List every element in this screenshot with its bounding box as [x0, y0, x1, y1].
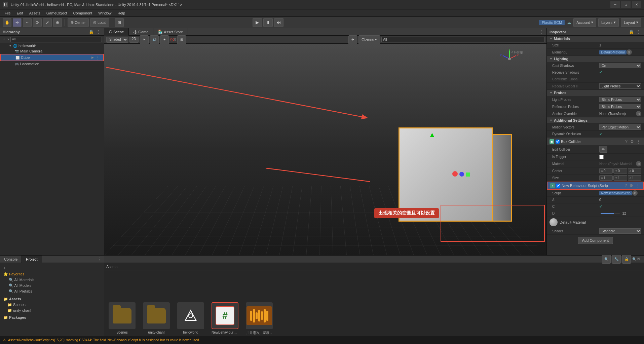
assets-search-btn[interactable]: 🔍 [602, 255, 611, 264]
close-button[interactable]: ✕ [632, 1, 641, 8]
favorites-folder[interactable]: ⭐ Favorites [2, 271, 102, 277]
move-tool-btn[interactable]: ✛ [13, 18, 22, 27]
menu-component[interactable]: Component [70, 10, 95, 16]
scene-search-input[interactable] [381, 37, 544, 42]
lighting-btn[interactable]: ☀ [140, 35, 149, 44]
account-dropdown[interactable]: Account ▾ [573, 18, 596, 27]
project-add-btn[interactable]: + [3, 266, 7, 271]
box-collider-menu-btn[interactable]: ⋮ [636, 139, 641, 144]
probes-section-header[interactable]: ▼ Probes [547, 90, 644, 96]
step-button[interactable]: ⏭ [274, 18, 283, 27]
script-ref[interactable]: NewBehaviourScrip [599, 191, 632, 195]
unity-chan-folder[interactable]: 📁 unity-chan! [2, 308, 102, 313]
hierarchy-menu-btn[interactable]: ⋮ [96, 30, 101, 34]
hierarchy-add-btn[interactable]: + [2, 37, 6, 42]
center-z[interactable]: Z0 [628, 168, 641, 174]
dynamic-occlusion-check[interactable]: ✔ [599, 132, 602, 136]
receive-shadows-check[interactable]: ✔ [599, 70, 602, 75]
tab-asset-store[interactable]: 🏪 Asset Store [153, 28, 188, 36]
size-value[interactable]: 1 [599, 43, 641, 47]
asset-item-unitychan[interactable]: unity-chan! [141, 302, 172, 334]
all-models-item[interactable]: 🔍 All Models [2, 283, 102, 289]
script-select-btn[interactable]: ◎ [632, 190, 638, 196]
script-enabled-checkbox[interactable] [556, 184, 560, 188]
layout-dropdown[interactable]: Layout ▾ [621, 18, 641, 27]
materials-section-header[interactable]: ▼ Materials [547, 36, 644, 42]
inspector-lock-btn[interactable]: 🔒 [628, 30, 635, 34]
script-component-header[interactable]: # New Behaviour Script (Scrip ? ⚙ ⋮ [547, 182, 644, 190]
rotate-tool-btn[interactable]: ↔ [23, 18, 32, 27]
hierarchy-item-locomotion[interactable]: 🎮 Locomotion [0, 61, 104, 67]
hand-tool-btn[interactable]: ✋ [3, 18, 11, 27]
center-button[interactable]: ⊕ Center [68, 18, 89, 27]
assets-folder[interactable]: 📁 Assets [2, 296, 102, 302]
assets-filter-btn[interactable]: 🔧 [612, 255, 621, 264]
pause-button[interactable]: ⏸ [263, 18, 273, 27]
script-help-btn[interactable]: ? [624, 183, 628, 188]
tab-console[interactable]: Console [0, 256, 22, 263]
menu-gameobject[interactable]: GameObject [44, 10, 70, 16]
additional-settings-header[interactable]: ▼ Additional Settings [547, 117, 644, 124]
layers-dropdown[interactable]: Layers ▾ [598, 18, 619, 27]
tab-project[interactable]: Project [22, 256, 42, 263]
hierarchy-search-input[interactable] [10, 37, 102, 42]
2d-toggle[interactable]: 2D [129, 37, 139, 43]
material-badge[interactable]: Default-Material [599, 50, 627, 54]
minimize-button[interactable]: ─ [610, 1, 620, 8]
scene-panel-menu[interactable]: ⋮ [539, 30, 544, 34]
c-check[interactable]: ✔ [599, 204, 602, 209]
center-y[interactable]: Y0 [613, 168, 627, 174]
asset-item-helloworld[interactable]: helloworld [176, 302, 206, 334]
material-select-btn[interactable]: ◎ [636, 161, 641, 166]
packages-folder[interactable]: 📁 Packages [2, 315, 102, 320]
hierarchy-lock-btn[interactable]: 🔒 [88, 30, 94, 34]
shader-dropdown[interactable]: Standard [599, 228, 641, 234]
menu-help[interactable]: Help [115, 10, 128, 16]
lighting-section-header[interactable]: ▼ Lighting [547, 56, 644, 62]
motion-vectors-dropdown[interactable]: Per Object Motion [599, 124, 641, 130]
scenes-folder[interactable]: 📁 Scenes [2, 302, 102, 308]
fx-btn[interactable]: ✦ [160, 35, 169, 44]
size-x[interactable]: X1 [599, 175, 613, 181]
size-z[interactable]: Z1 [628, 175, 641, 181]
maximize-button[interactable]: □ [621, 1, 631, 8]
asset-item-scenes[interactable]: Scenes [107, 302, 137, 334]
tab-game[interactable]: 🕹 Game [129, 28, 153, 36]
asset-item-audio[interactable]: 川井憲次 - 家原... [244, 302, 274, 335]
menu-edit[interactable]: Edit [14, 10, 26, 16]
extra-tool-btn[interactable]: ⊞ [115, 18, 124, 27]
script-menu-btn[interactable]: ⋮ [635, 183, 641, 188]
box-collider-settings-btn[interactable]: ⚙ [630, 139, 635, 144]
menu-assets[interactable]: Assets [27, 10, 43, 16]
shader-mode-dropdown[interactable]: Shaded [106, 37, 128, 43]
box-collider-checkbox[interactable] [556, 140, 560, 144]
all-materials-item[interactable]: 🔍 All Materials [2, 277, 102, 283]
menu-window[interactable]: Window [96, 10, 114, 16]
asset-item-script[interactable]: # NewBehaviourScr... [210, 302, 240, 334]
audio-btn[interactable]: 🔊 [150, 35, 159, 44]
all-prefabs-item[interactable]: 🔍 All Prefabs [2, 289, 102, 294]
a-value[interactable]: 0 [599, 198, 641, 202]
cursor-btn[interactable]: ✛ [348, 35, 357, 44]
inspector-menu-btn[interactable]: ⋮ [636, 30, 641, 34]
hierarchy-item-helloworld[interactable]: ▼ 🌐 helloworld* [0, 43, 104, 48]
light-probes-dropdown[interactable]: Blend Probes [599, 97, 641, 102]
hierarchy-item-maincamera[interactable]: 📷 Main Camera [0, 48, 104, 54]
transform-tool-btn[interactable]: ⊕ [53, 18, 62, 27]
reflection-probes-dropdown[interactable]: Blend Probes [599, 104, 641, 109]
tab-scene[interactable]: ⬡ Scene [104, 28, 129, 36]
menu-file[interactable]: File [2, 10, 13, 16]
d-slider[interactable] [601, 213, 620, 214]
rect-tool-btn[interactable]: ⤢ [43, 18, 52, 27]
anchor-override-select-btn[interactable]: ◎ [636, 111, 641, 116]
element0-select-btn[interactable]: ◎ [627, 49, 632, 55]
script-settings-btn[interactable]: ⚙ [629, 183, 634, 188]
grid-btn[interactable]: ⊞ [177, 35, 186, 44]
hierarchy-item-cube[interactable]: ⬜ Cube ▶ ⋮ [0, 54, 104, 61]
box-collider-header[interactable]: ▣ Box Collider ? ⚙ ⋮ [547, 138, 644, 145]
bottom-panel-menu[interactable]: ⋮ [97, 257, 102, 262]
receive-global-dropdown[interactable]: Light Probes [599, 83, 641, 89]
play-button[interactable]: ▶ [253, 18, 262, 27]
edit-collider-btn[interactable]: ✏ [599, 146, 607, 153]
scale-tool-btn[interactable]: ⟳ [33, 18, 42, 27]
